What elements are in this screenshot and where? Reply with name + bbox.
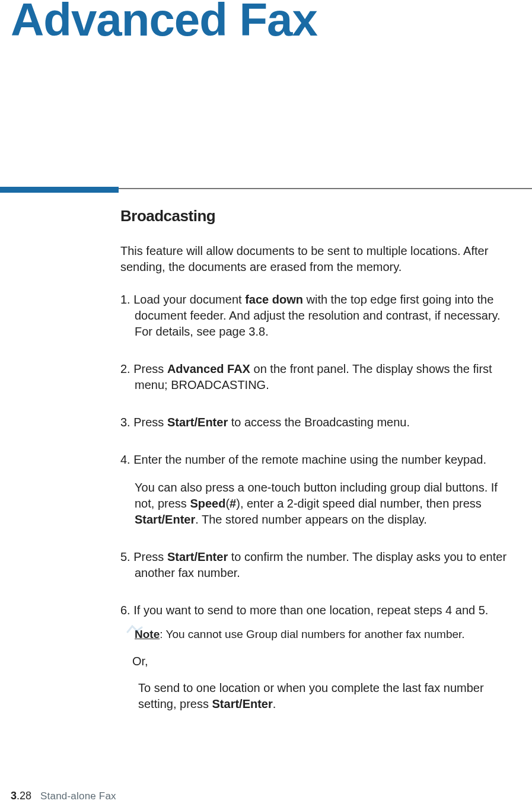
step-6-final: To send to one location or when you comp… [138,680,511,712]
note-icon [126,624,143,634]
footer-label: Stand-alone Fax [40,790,116,802]
section-divider [0,187,532,193]
step-2-text-a: 2. Press [120,362,167,375]
step-4-sub-startenter: Start/Enter [135,513,195,526]
note-line: Note: You cannot use Group dial numbers … [135,627,511,642]
step-1: 1. Load your document face down with the… [120,292,511,340]
step-3-text-c: to access the Broadcasting menu. [228,416,410,429]
divider-gray-line [119,188,532,189]
step-2-bold: Advanced FAX [167,362,250,375]
page-footer: 3.28 Stand-alone Fax [11,790,116,802]
final-bold: Start/Enter [212,697,273,710]
step-6: 6. If you want to send to more than one … [120,602,511,618]
step-4-sub-e: ), enter a 2-digit speed dial number, th… [236,497,482,510]
step-3-bold: Start/Enter [167,416,228,429]
step-1-text-a: 1. Load your document [120,293,245,306]
step-4-sub-g: . The stored number appears on the displ… [195,513,427,526]
page-number-minor: .28 [17,790,31,802]
final-a: To send to one location or when you comp… [138,681,484,710]
step-4-sub: You can also press a one-touch button in… [135,480,511,528]
step-4-sub-hash: # [230,497,236,510]
step-2: 2. Press Advanced FAX on the front panel… [120,361,511,393]
step-5-bold: Start/Enter [167,550,228,563]
note-text: : You cannot use Group dial numbers for … [160,628,464,640]
content-area: Broadcasting This feature will allow doc… [120,205,511,712]
or-text: Or, [132,653,511,669]
section-heading: Broadcasting [120,205,511,227]
step-5: 5. Press Start/Enter to confirm the numb… [120,549,511,581]
divider-blue-bar [0,187,119,193]
intro-text: This feature will allow documents to be … [120,243,511,275]
step-5-text-a: 5. Press [120,550,167,563]
step-4: 4. Enter the number of the remote machin… [120,452,511,468]
step-1-bold: face down [245,293,303,306]
final-c: . [273,697,276,710]
step-3: 3. Press Start/Enter to access the Broad… [120,414,511,430]
step-3-text-a: 3. Press [120,416,167,429]
step-4-sub-speed: Speed [190,497,225,510]
page-title: Advanced Fax [11,0,532,47]
page-number-major: 3 [11,790,17,802]
